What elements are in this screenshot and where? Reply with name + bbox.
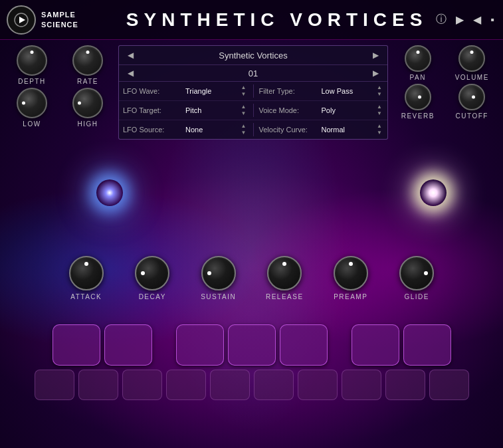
knob-pan-group: PAN [393, 45, 443, 81]
low-knob[interactable] [17, 88, 47, 118]
pad-small-6[interactable] [254, 370, 294, 400]
stop-icon[interactable]: ▪ [488, 12, 496, 28]
voice-mode-arrows[interactable]: ▲ ▼ [375, 104, 383, 117]
preset-num-next-arrow[interactable]: ▶ [369, 67, 382, 79]
pad-small-10[interactable] [429, 370, 469, 400]
pad-7[interactable] [403, 324, 451, 366]
lfo-source-up[interactable]: ▲ [240, 123, 248, 130]
pad-4[interactable] [228, 324, 276, 366]
reverb-knob-dot [418, 96, 421, 99]
rewind-icon[interactable]: ◀ [471, 11, 483, 28]
right-knobs: PAN VOLUME REVERB CUTOFF [393, 45, 496, 120]
depth-knob[interactable] [17, 45, 47, 76]
pad-small-3[interactable] [122, 370, 162, 400]
voice-mode-value-wrap: Poly ▲ ▼ [322, 104, 384, 117]
attack-knob[interactable] [69, 256, 104, 290]
voice-mode-up[interactable]: ▲ [375, 104, 383, 110]
volume-knob[interactable] [458, 45, 485, 72]
cutoff-knob-dot [472, 96, 475, 99]
logo-text: SAMPLE SCIENCE [41, 10, 78, 29]
lfo-wave-value: Triangle [185, 87, 239, 95]
decay-knob[interactable] [135, 256, 169, 290]
pad-small-1[interactable] [35, 370, 74, 400]
pad-1[interactable] [52, 324, 100, 366]
app-title: SYNTHETIC VORTICES [120, 9, 434, 31]
svg-marker-1 [19, 17, 25, 23]
pad-small-7[interactable] [298, 370, 338, 400]
cutoff-knob[interactable] [458, 84, 485, 110]
sustain-knob[interactable] [201, 256, 236, 290]
lfo-source-value: None [185, 126, 239, 134]
lfo-source-arrows[interactable]: ▲ ▼ [240, 123, 248, 136]
preset-prev-arrow[interactable]: ◀ [124, 49, 137, 61]
lfo-target-value: Pitch [185, 106, 239, 114]
high-label: HIGH [78, 120, 98, 128]
lfo-wave-arrows[interactable]: ▲ ▼ [240, 84, 248, 98]
lfo-target-up[interactable]: ▲ [240, 104, 248, 110]
pad-6[interactable] [352, 324, 399, 366]
pad-2[interactable] [104, 324, 152, 366]
glide-group: GLIDE [384, 256, 451, 300]
pad-small-5[interactable] [210, 370, 250, 400]
lfo-source-down[interactable]: ▼ [240, 130, 248, 136]
reverb-knob[interactable] [405, 84, 431, 110]
preamp-knob[interactable] [334, 256, 368, 290]
pad-small-9[interactable] [385, 370, 425, 400]
play-icon[interactable]: ▶ [454, 11, 466, 28]
filter-type-value: Low Pass [322, 87, 375, 95]
velocity-curve-up[interactable]: ▲ [375, 123, 383, 130]
lfo-wave-up[interactable]: ▲ [240, 84, 248, 91]
center-panel: ◀ Synthetic Vortices ▶ ◀ 01 ▶ LFO Wave: … [118, 45, 388, 140]
param-divider-2 [253, 104, 254, 117]
logo-icon [7, 5, 36, 35]
reverb-label: REVERB [401, 112, 435, 120]
preset-next-arrow[interactable]: ▶ [369, 49, 382, 61]
glide-dot [424, 271, 428, 275]
filter-type-up[interactable]: ▲ [375, 84, 383, 91]
pads-row-1 [8, 324, 495, 366]
info-icon[interactable]: ⓘ [434, 11, 449, 29]
param-row-lfo-target: LFO Target: Pitch ▲ ▼ Voice Mode: Poly ▲… [119, 101, 387, 120]
velocity-curve-label: Velocity Curve: [259, 126, 319, 134]
glide-label: GLIDE [404, 293, 429, 300]
voice-mode-down[interactable]: ▼ [375, 110, 383, 117]
release-knob[interactable] [267, 256, 302, 290]
lfo-target-arrows[interactable]: ▲ ▼ [240, 104, 248, 117]
filter-type-arrows[interactable]: ▲ ▼ [375, 84, 383, 98]
volume-label: VOLUME [455, 74, 489, 81]
pad-small-4[interactable] [166, 370, 206, 400]
preamp-dot [349, 262, 353, 266]
lfo-target-down[interactable]: ▼ [240, 110, 248, 117]
pad-5[interactable] [280, 324, 328, 366]
decay-dot [141, 271, 145, 275]
logo-area: SAMPLE SCIENCE [7, 5, 120, 35]
knob-volume-group: VOLUME [448, 45, 497, 81]
lfo-wave-down[interactable]: ▼ [240, 91, 248, 98]
high-knob[interactable] [72, 88, 103, 118]
preset-number: 01 [137, 68, 369, 78]
rate-knob[interactable] [72, 45, 103, 76]
velocity-curve-arrows[interactable]: ▲ ▼ [375, 123, 383, 136]
high-knob-dot [78, 102, 81, 105]
glide-knob[interactable] [399, 256, 434, 290]
pan-label: PAN [410, 74, 426, 81]
pad-small-8[interactable] [342, 370, 381, 400]
preset-num-prev-arrow[interactable]: ◀ [124, 67, 137, 79]
preset-num-row: ◀ 01 ▶ [119, 65, 387, 82]
velocity-curve-value-wrap: Normal ▲ ▼ [322, 123, 384, 136]
rate-knob-dot [86, 51, 90, 54]
pan-knob[interactable] [405, 45, 431, 72]
pad-3[interactable] [176, 324, 224, 366]
param-row-lfo-wave: LFO Wave: Triangle ▲ ▼ Filter Type: Low … [119, 82, 387, 101]
preamp-label: PREAMP [334, 293, 367, 300]
pad-small-2[interactable] [78, 370, 118, 400]
knob-high-group: HIGH [62, 88, 113, 128]
velocity-curve-down[interactable]: ▼ [375, 130, 383, 136]
app-container: SAMPLE SCIENCE SYNTHETIC VORTICES ⓘ ▶ ◀ … [0, 0, 503, 448]
lfo-wave-label: LFO Wave: [123, 87, 183, 95]
lfo-target-value-wrap: Pitch ▲ ▼ [185, 104, 248, 117]
decay-group: DECAY [120, 256, 186, 300]
filter-type-down[interactable]: ▼ [375, 91, 383, 98]
voice-mode-value: Poly [322, 106, 375, 114]
sustain-dot [207, 271, 211, 275]
